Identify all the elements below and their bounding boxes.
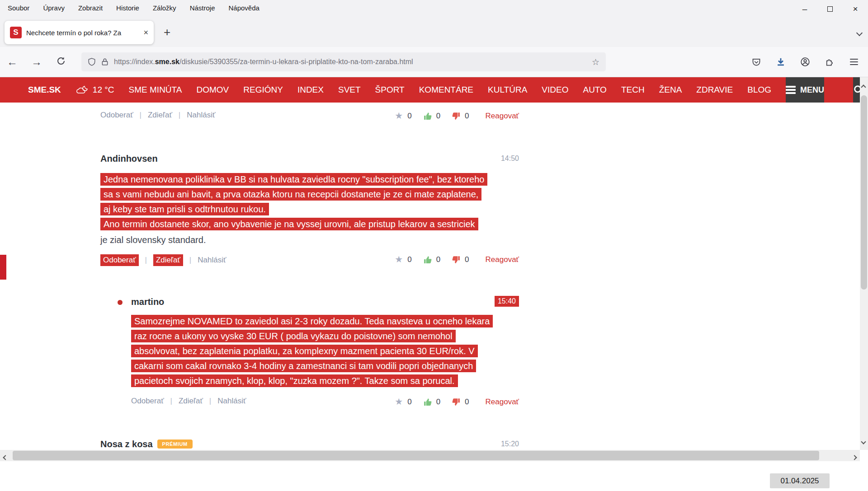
downloads-button[interactable] (773, 54, 788, 70)
comment-author[interactable]: Nosa z kosa (100, 439, 153, 449)
highlighted-text: Samozrejme NOVAMED to zaviedol asi 2-3 r… (131, 315, 493, 327)
date-text: 01.04.2025 (780, 477, 819, 486)
tab-bar: S Nechcete termín o pol roka? Za × + (0, 15, 868, 47)
pocket-save-button[interactable] (749, 54, 764, 70)
menu-tools[interactable]: Nástroje (190, 4, 215, 12)
thumb-down-icon[interactable] (452, 398, 460, 406)
comment-line: raz rocne a ukony vo vyske 30 EUR ( podl… (131, 331, 456, 346)
new-tab-button[interactable]: + (164, 26, 170, 38)
comment-author[interactable]: Andinhovsen (100, 154, 158, 164)
menu-file[interactable]: Soubor (8, 4, 29, 12)
close-tab-icon[interactable]: × (143, 28, 148, 37)
site-nav-bar: SME.SK 12 °C SME MINÚTA DOMOV REGIÓNY IN… (0, 77, 860, 103)
nav-item-svet[interactable]: SVET (338, 85, 361, 95)
nav-item-domov[interactable]: DOMOV (196, 85, 229, 95)
thumb-up-icon[interactable] (424, 112, 432, 120)
menu-edit[interactable]: Úpravy (43, 4, 65, 12)
menu-bookmarks[interactable]: Záložky (153, 4, 176, 12)
menu-view[interactable]: Zobrazit (78, 4, 103, 12)
forward-button[interactable]: → (24, 56, 49, 68)
back-button[interactable]: ← (0, 56, 24, 68)
separator: | (140, 111, 142, 120)
nav-item-tech[interactable]: TECH (621, 85, 645, 95)
vertical-scrollbar[interactable] (860, 77, 868, 450)
menu-hamburger-icon (786, 84, 796, 96)
reply-link[interactable]: Reagovať (486, 397, 519, 407)
reply-link[interactable]: Reagovať (486, 255, 519, 264)
scroll-down-icon[interactable] (861, 439, 866, 444)
app-menu-button[interactable] (846, 54, 862, 70)
hamburger-icon (850, 57, 858, 67)
reply-link[interactable]: Reagovať (486, 112, 519, 121)
nav-item-blog[interactable]: BLOG (747, 85, 771, 95)
star-count: 0 (407, 112, 411, 121)
nav-item-kultura[interactable]: KULTÚRA (488, 85, 527, 95)
nav-item-sport[interactable]: ŠPORT (375, 85, 405, 95)
comment-line: aj keby ste tam prisli s odtrhnutou ruko… (100, 204, 269, 219)
lock-icon[interactable] (101, 58, 108, 66)
account-button[interactable] (797, 54, 813, 70)
subscribe-link[interactable]: Odoberať (100, 111, 133, 120)
separator: | (189, 256, 191, 265)
url-text[interactable]: https://index.sme.sk/diskusie/5390355/za… (114, 58, 586, 66)
share-link[interactable]: Zdieľať (179, 397, 203, 406)
menu-help[interactable]: Nápověda (228, 4, 259, 12)
horizontal-scroll-thumb[interactable] (13, 451, 819, 460)
report-link[interactable]: Nahlásiť (198, 256, 226, 265)
thumb-up-icon[interactable] (424, 398, 432, 406)
horizontal-scrollbar[interactable] (0, 450, 860, 461)
thumb-down-icon[interactable] (452, 256, 460, 264)
share-link[interactable]: Zdieľať (153, 254, 183, 266)
tab-title: Nechcete termín o pol roka? Za (26, 29, 130, 37)
thumb-up-icon[interactable] (424, 256, 432, 264)
star-icon[interactable]: ★ (395, 396, 403, 407)
puzzle-icon (825, 57, 834, 66)
nav-item-auto[interactable]: AUTO (583, 85, 606, 95)
shield-icon[interactable] (88, 58, 96, 66)
separator: | (170, 397, 172, 406)
comment-author[interactable]: martino (131, 297, 164, 307)
side-red-tab[interactable] (0, 255, 6, 280)
site-menu-button[interactable]: MENU (786, 77, 824, 103)
scroll-right-icon[interactable] (852, 455, 857, 460)
star-icon[interactable]: ★ (395, 254, 403, 265)
comment1-actions: Odoberať | Zdieľať | Nahlásiť ★ 0 0 0 Re… (100, 111, 519, 123)
nav-item-sme-minuta[interactable]: SME MINÚTA (129, 85, 182, 95)
report-link[interactable]: Nahlásiť (187, 111, 215, 120)
toolbar-icons (749, 54, 862, 70)
url-domain: sme.sk (155, 58, 179, 65)
vertical-scroll-thumb[interactable] (861, 95, 867, 290)
extensions-button[interactable] (822, 54, 837, 70)
subscribe-link[interactable]: Odoberať (131, 397, 164, 406)
nav-item-regiony[interactable]: REGIÓNY (243, 85, 283, 95)
list-all-tabs-button[interactable] (857, 29, 862, 37)
comment-header: Andinhovsen 14:50 (100, 154, 519, 167)
nav-item-zdravie[interactable]: ZDRAVIE (696, 85, 733, 95)
nav-item-index[interactable]: INDEX (297, 85, 324, 95)
maximize-icon (827, 6, 833, 12)
star-icon[interactable]: ★ (395, 110, 403, 121)
plain-text: je zial slovensky standard. (100, 235, 206, 245)
subscribe-link[interactable]: Odoberať (100, 254, 139, 266)
system-date: 01.04.2025 (770, 473, 830, 488)
comment-line: pacietoch svojich znamych, klop, klop, "… (131, 376, 458, 391)
nav-item-komentare[interactable]: KOMENTÁRE (419, 85, 473, 95)
nav-brand-smesk[interactable]: SME.SK (28, 85, 61, 95)
scroll-up-icon[interactable] (861, 84, 866, 89)
share-link[interactable]: Zdieľať (148, 111, 172, 120)
download-icon (776, 57, 785, 66)
scroll-left-icon[interactable] (3, 455, 8, 460)
nav-item-zena[interactable]: ŽENA (659, 85, 682, 95)
thumb-down-icon[interactable] (452, 112, 460, 120)
nav-weather[interactable]: 12 °C (75, 85, 114, 95)
reload-button[interactable] (49, 56, 73, 68)
menu-history[interactable]: Historie (116, 4, 139, 12)
down-count: 0 (465, 255, 469, 264)
menu-bar: Soubor Úpravy Zobrazit Historie Záložky … (0, 0, 868, 15)
bookmark-star-icon[interactable]: ☆ (592, 57, 599, 67)
browser-tab[interactable]: S Nechcete termín o pol roka? Za × (5, 21, 154, 44)
reload-icon (57, 56, 66, 65)
report-link[interactable]: Nahlásiť (217, 397, 246, 406)
nav-item-video[interactable]: VIDEO (542, 85, 568, 95)
url-bar[interactable]: https://index.sme.sk/diskusie/5390355/za… (81, 52, 606, 71)
